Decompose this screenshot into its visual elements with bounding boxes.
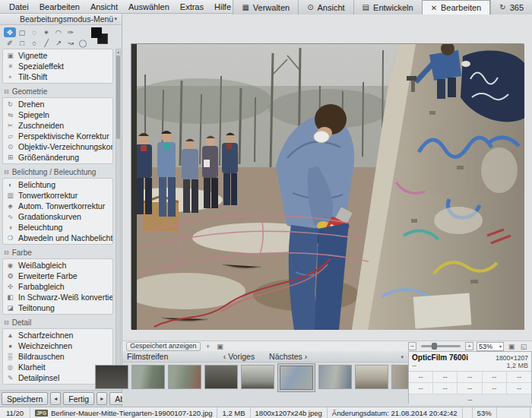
rect-select-tool[interactable]: ▢ [16, 27, 28, 37]
filmstrip-thumbnail[interactable] [391, 365, 408, 389]
menu-datei[interactable]: Datei [4, 2, 34, 11]
filmstrip-thumbnail[interactable] [204, 365, 238, 389]
mode-button-bearbeiten[interactable]: ✕ Bearbeiten [422, 0, 491, 14]
zoom-slider[interactable] [421, 345, 461, 347]
sidebar-item-abwedeln-nachbelichten[interactable]: ❍Abwedeln und Nachbelichten [3, 233, 112, 243]
section-header-geometrie[interactable]: ⊟Geometrie [2, 86, 114, 97]
group-geometrie: ↻Drehen ⇋Spiegeln ✂Zuschneiden ▱Perspekt… [2, 97, 113, 164]
sidebar-item-perspektivische-korrektur[interactable]: ▱Perspektivische Korrektur [3, 131, 112, 141]
exif-info-panel: OpticFilm 7600i 1800×1207 -- 1,2 MB -- -… [408, 351, 532, 404]
sidebar-item-gradationskurven[interactable]: ∿Gradationskurven [3, 211, 112, 222]
sidebar-item-vignette[interactable]: ▣Vignette [3, 50, 112, 61]
sidebar-item-schwarz-weiss[interactable]: ◧In Schwarz-Weiß konvertieren [3, 292, 112, 302]
rect-shape-tool[interactable]: □ [16, 38, 28, 48]
group-farbe: ◉Weißabgleich ❂Erweiterte Farbe ✣Farbabg… [2, 258, 113, 315]
eyedropper-tool[interactable]: ✐ [4, 38, 16, 48]
sidebar-item-belichtung[interactable]: ◐Belichtung [3, 179, 112, 190]
clarity-icon: ◎ [6, 363, 14, 371]
filmstrip-thumbnail-selected[interactable] [277, 363, 315, 392]
sidebar-item-bildrauschen[interactable]: ▒Bildrauschen [3, 351, 112, 362]
zoom-out-button[interactable]: − [408, 342, 416, 350]
zoom-segment: 53% [473, 407, 497, 418]
sidebar-item-zuschneiden[interactable]: ✂Zuschneiden [3, 120, 112, 131]
section-header-detail[interactable]: ⊟Detail [2, 317, 114, 328]
menu-ansicht[interactable]: Ansicht [85, 2, 123, 11]
exif-cell: -- [483, 383, 507, 394]
previous-link[interactable]: ‹ Voriges [223, 352, 255, 361]
circle-shape-tool[interactable]: ○ [28, 38, 40, 48]
filmstrip-thumbnail[interactable] [95, 365, 128, 389]
sidebar-item-autom-tonwertkorrektur[interactable]: ◈Autom. Tonwertkorrektur [3, 201, 112, 211]
mode-button-ansicht[interactable]: ⊙ Ansicht [298, 0, 353, 14]
filmstrip-thumbnail[interactable] [168, 365, 201, 389]
ellipse-select-tool[interactable]: ◌ [28, 27, 40, 37]
zoom-in-button[interactable]: + [465, 342, 473, 350]
sidebar-item-spezialeffekt[interactable]: ✳Spezialeffekt [3, 61, 112, 71]
menu-bearbeiten[interactable]: Bearbeiten [34, 2, 85, 11]
fit-to-window-icon[interactable]: ◱ [519, 343, 528, 350]
filmstrip-thumbnail[interactable] [355, 365, 388, 389]
sidebar-item-tilt-shift[interactable]: ⌖Tilt-Shift [3, 71, 112, 82]
done-button[interactable]: Fertig [63, 392, 94, 405]
section-header-farbe[interactable]: ⊟Farbe [2, 247, 114, 258]
sidebar-scrollbar[interactable]: ▴ ▾ [116, 49, 121, 389]
sidebar-item-objektiv-verzeichnungskorrektur[interactable]: ⊙Objektiv-Verzeichnungskorrekt... [3, 141, 112, 152]
curve-tool[interactable]: ↝ [65, 38, 77, 48]
item-label: In Schwarz-Weiß konvertieren [18, 293, 112, 302]
filmstrip-panel: Filmstreifen ‹ Voriges Nächstes › ▾ [122, 351, 408, 407]
sidebar-item-scharfzeichnen[interactable]: ▲Scharfzeichnen [3, 330, 112, 340]
chevron-down-icon[interactable]: ▾ [401, 354, 404, 360]
section-header-belichtung[interactable]: ⊟Belichtung / Beleuchtung [2, 166, 114, 178]
thumbnail-toggle-icon[interactable]: ▣ [216, 343, 225, 350]
line-tool[interactable]: ╱ [40, 38, 52, 48]
lasso-tool[interactable]: ◠ [52, 27, 65, 37]
previous-image-button[interactable]: ◂ [50, 392, 61, 405]
filmstrip-thumbnail[interactable] [241, 365, 274, 389]
foreground-color-swatch[interactable] [91, 27, 102, 38]
menu-auswaehlen[interactable]: Auswählen [123, 2, 175, 11]
save-button[interactable]: Speichern [2, 392, 48, 405]
exif-cell: -- [507, 372, 531, 383]
blur-icon: ● [6, 342, 14, 350]
hand-tool[interactable]: ✥ [4, 27, 16, 37]
mode-button-verwalten[interactable]: ▦ Verwalten [233, 0, 298, 14]
color-swatches[interactable] [91, 27, 109, 46]
next-image-button[interactable]: ▸ [97, 392, 107, 405]
ellipse-shape-tool[interactable]: ◯ [77, 38, 89, 48]
filmstrip-thumbnail[interactable] [318, 365, 352, 389]
sidebar-item-drehen[interactable]: ↻Drehen [3, 99, 112, 109]
smudge-tool[interactable]: ✑ [65, 27, 77, 37]
sidebar-item-teiltonung[interactable]: ◪Teiltonung [3, 302, 112, 313]
sidebar-item-weichzeichnen[interactable]: ●Weichzeichnen [3, 340, 112, 351]
sidebar-item-tonwertkorrektur[interactable]: ▥Tonwertkorrektur [3, 190, 112, 201]
magic-wand-tool[interactable]: ✴ [40, 27, 52, 37]
photo-berlin-wall[interactable] [131, 43, 524, 329]
sidebar-item-weissabgleich[interactable]: ◉Weißabgleich [3, 260, 112, 271]
mode-button-365[interactable]: ↻ 365 [490, 0, 532, 14]
arrow-tool[interactable]: ↗ [52, 38, 65, 48]
plus-icon[interactable]: + [204, 343, 213, 350]
show-saved-toggle[interactable]: Gespeichert anzeigen [126, 342, 201, 351]
sidebar-item-beleuchtung[interactable]: ◑Beleuchtung [3, 222, 112, 233]
mode-button-entwickeln[interactable]: ▤ Entwickeln [353, 0, 422, 14]
scrollbar-thumb[interactable] [116, 55, 120, 139]
edit-sidebar: Bearbeitungsmodus-Menü ▾ ✥ ▢ ◌ ✴ ◠ ✑ ✐ □… [0, 14, 122, 407]
filmstrip-header: Filmstreifen ‹ Voriges Nächstes › ▾ [122, 351, 408, 363]
sidebar-item-farbabgleich[interactable]: ✣Farbabgleich [3, 281, 112, 292]
sidebar-item-spiegeln[interactable]: ⇋Spiegeln [3, 109, 112, 120]
file-size: 1,2 MB [506, 362, 528, 369]
exif-cell: -- [458, 372, 482, 383]
zoom-slider-knob[interactable] [432, 343, 437, 350]
edit-mode-menu-dropdown[interactable]: Bearbeitungsmodus-Menü ▾ [0, 14, 122, 25]
scroll-up-icon[interactable]: ▴ [116, 49, 120, 54]
next-link[interactable]: Nächstes › [269, 352, 307, 361]
sidebar-item-groessenaenderung[interactable]: ⊞Größenänderung [3, 152, 112, 163]
menu-extras[interactable]: Extras [175, 2, 209, 11]
exif-cell: -- [409, 372, 433, 383]
sidebar-item-erweiterte-farbe[interactable]: ❂Erweiterte Farbe [3, 271, 112, 281]
zoom-level-combo[interactable]: 53% ▾ [477, 342, 504, 351]
filmstrip-thumbnail[interactable] [131, 365, 165, 389]
edit-mode-menu-label: Bearbeitungsmodus-Menü [20, 14, 114, 24]
vignette-icon: ▣ [6, 52, 14, 59]
actual-size-icon[interactable]: ▣ [507, 343, 516, 350]
